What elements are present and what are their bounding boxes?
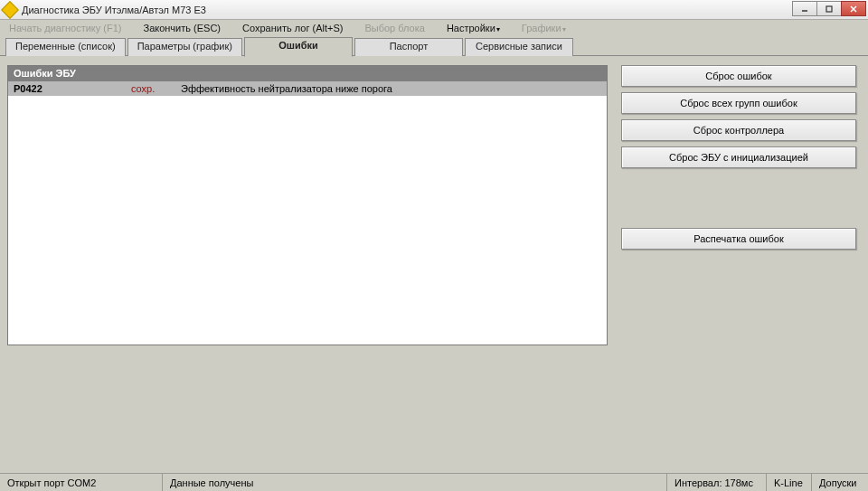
- side-buttons: Сброс ошибок Сброс всех групп ошибок Сбр…: [617, 65, 861, 468]
- menu-start: Начать диагностику (F1): [9, 23, 121, 33]
- reset-controller-button[interactable]: Сброс контроллера: [621, 119, 856, 141]
- status-port: Открыт порт COM2: [0, 474, 163, 491]
- menu-settings[interactable]: Настройки▾: [447, 23, 500, 33]
- svg-rect-1: [826, 6, 832, 12]
- tab-passport[interactable]: Паспорт: [354, 38, 463, 56]
- menubar: Начать диагностику (F1) Закончить (ESC) …: [0, 20, 868, 36]
- error-code: P0422: [14, 83, 131, 94]
- titlebar: Диагностика ЭБУ Итэлма/Автэл М73 Е3: [0, 0, 868, 20]
- panel-header: Ошибки ЭБУ: [8, 66, 607, 81]
- menu-graphs-label: Графики: [522, 23, 561, 33]
- app-icon: [1, 1, 19, 19]
- menu-finish[interactable]: Закончить (ESC): [143, 23, 221, 33]
- status-tolerances[interactable]: Допуски: [812, 474, 868, 491]
- chevron-down-icon: ▾: [496, 25, 500, 33]
- chevron-down-icon: ▾: [562, 25, 566, 33]
- close-button[interactable]: [841, 1, 866, 16]
- maximize-button[interactable]: [816, 1, 842, 16]
- status-proto: K-Line: [767, 474, 812, 491]
- menu-graphs: Графики▾: [522, 23, 566, 33]
- maximize-icon: [825, 5, 834, 14]
- menu-settings-label: Настройки: [447, 23, 495, 33]
- tab-errors[interactable]: Ошибки: [244, 37, 353, 57]
- window-title: Диагностика ЭБУ Итэлма/Автэл М73 Е3: [22, 5, 206, 15]
- error-status: сохр.: [131, 83, 181, 94]
- status-data: Данные получены: [163, 474, 667, 491]
- menu-savelog[interactable]: Сохранить лог (Alt+S): [242, 23, 343, 33]
- status-interval: Интервал: 178мс: [667, 474, 767, 491]
- error-desc: Эффективность нейтрализатора ниже порога: [181, 83, 601, 94]
- tabs: Переменные (список) Параметры (график) О…: [0, 36, 868, 56]
- content: Ошибки ЭБУ P0422 сохр. Эффективность ней…: [0, 56, 868, 472]
- tab-vars[interactable]: Переменные (список): [5, 38, 126, 56]
- reset-errors-button[interactable]: Сброс ошибок: [621, 65, 856, 87]
- tab-service[interactable]: Сервисные записи: [465, 38, 573, 56]
- print-errors-button[interactable]: Распечатка ошибок: [621, 228, 856, 250]
- window-controls: [793, 1, 866, 16]
- error-row[interactable]: P0422 сохр. Эффективность нейтрализатора…: [8, 81, 607, 96]
- close-icon: [849, 5, 858, 14]
- statusbar: Открыт порт COM2 Данные получены Интерва…: [0, 473, 868, 491]
- errors-panel: Ошибки ЭБУ P0422 сохр. Эффективность ней…: [7, 65, 608, 345]
- reset-ecu-init-button[interactable]: Сброс ЭБУ с инициализацией: [621, 146, 856, 168]
- reset-all-groups-button[interactable]: Сброс всех групп ошибок: [621, 92, 856, 114]
- minimize-button[interactable]: [792, 1, 817, 16]
- minimize-icon: [800, 5, 809, 14]
- menu-selectblock: Выбор блока: [364, 23, 424, 33]
- tab-params[interactable]: Параметры (график): [127, 38, 242, 56]
